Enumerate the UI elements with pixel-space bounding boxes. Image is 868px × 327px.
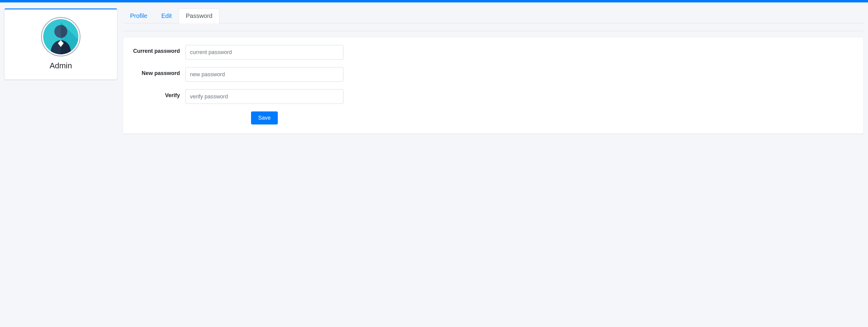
tab-edit[interactable]: Edit: [154, 8, 179, 23]
profile-card: Admin: [5, 8, 117, 79]
form-row-current: Current password: [131, 45, 856, 60]
form-row-verify: Verify: [131, 89, 856, 104]
main-content: Profile Edit Password Current password N…: [123, 8, 863, 134]
form-button-row: Save: [131, 111, 856, 125]
tab-password[interactable]: Password: [179, 8, 219, 23]
save-button[interactable]: Save: [251, 111, 277, 125]
page-container: Admin Profile Edit Password Current pass…: [0, 2, 868, 140]
tab-profile[interactable]: Profile: [123, 8, 154, 23]
form-row-new: New password: [131, 67, 856, 82]
verify-password-field[interactable]: [185, 89, 343, 104]
new-password-field[interactable]: [185, 67, 343, 82]
verify-password-label: Verify: [131, 89, 185, 99]
tabs-nav: Profile Edit Password: [123, 8, 863, 23]
avatar-icon: [43, 19, 79, 54]
password-form-card: Current password New password Verify: [123, 37, 863, 134]
avatar: [41, 17, 81, 57]
current-password-label: Current password: [131, 45, 185, 55]
divider: [123, 31, 863, 31]
topbar-accent: [0, 0, 868, 2]
new-password-label: New password: [131, 67, 185, 77]
profile-username: Admin: [11, 61, 111, 70]
current-password-field[interactable]: [185, 45, 343, 60]
